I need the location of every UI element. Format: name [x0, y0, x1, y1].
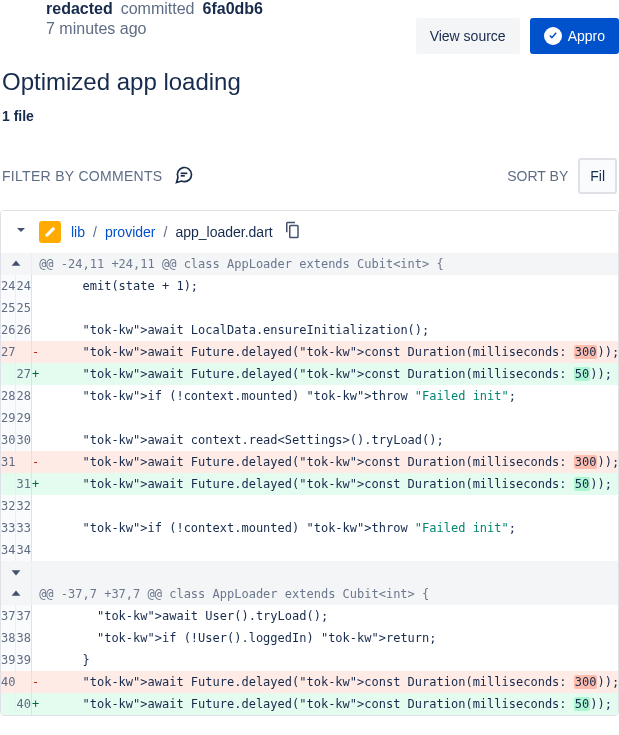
old-line-no[interactable]: 25 — [1, 297, 16, 319]
old-line-no[interactable]: 24 — [1, 275, 16, 297]
code-content: emit(state + 1); — [39, 275, 619, 297]
author-name[interactable]: redacted — [46, 0, 113, 18]
old-line-no[interactable] — [1, 473, 16, 495]
diff-line: 2525 — [1, 297, 619, 319]
approve-button[interactable]: Appro — [530, 18, 619, 54]
code-content: "tok-kw">await context.read<Settings>().… — [39, 429, 619, 451]
new-line-no[interactable] — [16, 451, 31, 473]
new-line-no[interactable]: 39 — [16, 649, 31, 671]
hunk-header: @@ -37,7 +37,7 @@ class AppLoader extend… — [1, 583, 619, 605]
diff-sign — [31, 539, 39, 561]
diff-sign: + — [31, 363, 39, 385]
new-line-no[interactable]: 32 — [16, 495, 31, 517]
modified-icon — [39, 221, 61, 243]
new-line-no[interactable]: 28 — [16, 385, 31, 407]
diff-sign — [31, 297, 39, 319]
file-count: 1 file — [2, 108, 619, 124]
file-path[interactable]: lib / provider / app_loader.dart — [71, 224, 273, 240]
expand-up-icon[interactable] — [1, 253, 31, 275]
diff-line: 3737 "tok-kw">await User().tryLoad(); — [1, 605, 619, 627]
new-line-no[interactable]: 31 — [16, 473, 31, 495]
old-line-no[interactable]: 38 — [1, 627, 16, 649]
diff-line: 3232 — [1, 495, 619, 517]
new-line-no[interactable]: 30 — [16, 429, 31, 451]
diff-line: 27+ "tok-kw">await Future.delayed("tok-k… — [1, 363, 619, 385]
code-content — [39, 407, 619, 429]
old-line-no[interactable]: 30 — [1, 429, 16, 451]
sort-select[interactable]: Fil — [578, 158, 617, 194]
diff-line: 3030 "tok-kw">await context.read<Setting… — [1, 429, 619, 451]
diff-line: 2424 emit(state + 1); — [1, 275, 619, 297]
code-content: "tok-kw">await LocalData.ensureInitializ… — [39, 319, 619, 341]
chevron-down-icon[interactable] — [13, 222, 29, 242]
comment-icon — [174, 165, 194, 188]
filter-by-comments[interactable]: FILTER BY COMMENTS — [2, 165, 194, 188]
code-content — [39, 297, 619, 319]
diff-line: 31- "tok-kw">await Future.delayed("tok-k… — [1, 451, 619, 473]
sort-label: SORT BY — [507, 168, 568, 184]
new-line-no[interactable]: 33 — [16, 517, 31, 539]
copy-path-icon[interactable] — [283, 221, 301, 243]
diff-line: 2828 "tok-kw">if (!context.mounted) "tok… — [1, 385, 619, 407]
code-content — [39, 495, 619, 517]
diff-sign — [31, 605, 39, 627]
path-seg-1[interactable]: provider — [105, 224, 156, 240]
diff-sign: + — [31, 693, 39, 715]
diff-line: 40- "tok-kw">await Future.delayed("tok-k… — [1, 671, 619, 693]
commit-hash[interactable]: 6fa0db6 — [203, 0, 263, 18]
new-line-no[interactable]: 34 — [16, 539, 31, 561]
old-line-no[interactable]: 37 — [1, 605, 16, 627]
new-line-no[interactable]: 26 — [16, 319, 31, 341]
old-line-no[interactable]: 39 — [1, 649, 16, 671]
expand-down-icon[interactable] — [1, 561, 31, 583]
old-line-no[interactable]: 26 — [1, 319, 16, 341]
code-content: "tok-kw">await Future.delayed("tok-kw">c… — [39, 341, 619, 363]
old-line-no[interactable]: 27 — [1, 341, 16, 363]
diff-sign — [31, 517, 39, 539]
diff-sign — [31, 627, 39, 649]
code-content: "tok-kw">if (!User().loggedIn) "tok-kw">… — [39, 627, 619, 649]
code-content: "tok-kw">await Future.delayed("tok-kw">c… — [39, 693, 619, 715]
code-content — [39, 539, 619, 561]
new-line-no[interactable]: 38 — [16, 627, 31, 649]
diff-line: 3434 — [1, 539, 619, 561]
diff-line: 27- "tok-kw">await Future.delayed("tok-k… — [1, 341, 619, 363]
new-line-no[interactable]: 25 — [16, 297, 31, 319]
file-diff: lib / provider / app_loader.dart @@ -24,… — [0, 210, 619, 716]
old-line-no[interactable]: 33 — [1, 517, 16, 539]
old-line-no[interactable]: 32 — [1, 495, 16, 517]
view-source-button[interactable]: View source — [416, 18, 520, 54]
old-line-no[interactable]: 40 — [1, 671, 16, 693]
path-seg-0[interactable]: lib — [71, 224, 85, 240]
new-line-no[interactable]: 29 — [16, 407, 31, 429]
code-content: "tok-kw">if (!context.mounted) "tok-kw">… — [39, 385, 619, 407]
code-content: "tok-kw">await Future.delayed("tok-kw">c… — [39, 671, 619, 693]
diff-sign — [31, 495, 39, 517]
new-line-no[interactable]: 40 — [16, 693, 31, 715]
code-content: "tok-kw">await Future.delayed("tok-kw">c… — [39, 451, 619, 473]
code-content: "tok-kw">await User().tryLoad(); — [39, 605, 619, 627]
new-line-no[interactable]: 27 — [16, 363, 31, 385]
expand-up-icon[interactable] — [1, 583, 31, 605]
check-icon — [544, 27, 562, 45]
diff-line: 3333 "tok-kw">if (!context.mounted) "tok… — [1, 517, 619, 539]
old-line-no[interactable]: 31 — [1, 451, 16, 473]
file-name: app_loader.dart — [175, 224, 272, 240]
new-line-no[interactable]: 24 — [16, 275, 31, 297]
old-line-no[interactable] — [1, 693, 16, 715]
diff-sign — [31, 407, 39, 429]
old-line-no[interactable]: 34 — [1, 539, 16, 561]
diff-sign: - — [31, 341, 39, 363]
old-line-no[interactable]: 29 — [1, 407, 16, 429]
old-line-no[interactable]: 28 — [1, 385, 16, 407]
commit-title: Optimized app loading — [2, 68, 619, 96]
diff-sign — [31, 429, 39, 451]
code-content: } — [39, 649, 619, 671]
new-line-no[interactable] — [16, 671, 31, 693]
new-line-no[interactable]: 37 — [16, 605, 31, 627]
old-line-no[interactable] — [1, 363, 16, 385]
diff-sign: - — [31, 451, 39, 473]
hunk-text: @@ -37,7 +37,7 @@ class AppLoader extend… — [39, 583, 619, 605]
new-line-no[interactable] — [16, 341, 31, 363]
commit-verb: committed — [121, 0, 195, 18]
